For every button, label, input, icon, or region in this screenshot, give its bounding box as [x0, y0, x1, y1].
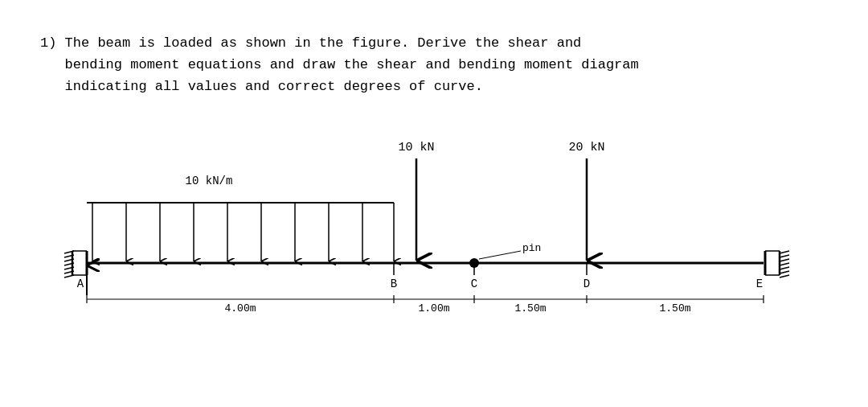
node-c-label: C: [471, 278, 477, 290]
point-load-2-label: 20 kN: [568, 141, 604, 154]
node-e-label: E: [756, 278, 763, 290]
dim-ab: 4.00m: [224, 302, 256, 314]
problem-line2: bending moment equations and draw the sh…: [65, 57, 639, 72]
page-content: 1) The beam is loaded as shown in the fi…: [0, 0, 868, 347]
problem-number: 1): [40, 35, 56, 51]
problem-line3: indicating all values and correct degree…: [65, 79, 483, 94]
node-a-label: A: [77, 278, 84, 290]
beam-diagram: 10 kN 20 kN 10 kN/m A: [40, 122, 828, 331]
svg-line-39: [780, 275, 789, 278]
svg-line-33: [780, 251, 789, 253]
problem-line1: The beam is loaded as shown in the figur…: [65, 35, 582, 51]
point-load-1-label: 10 kN: [398, 141, 434, 154]
beam-svg: 10 kN 20 kN 10 kN/m A: [40, 122, 828, 331]
pin-label: pin: [522, 242, 541, 254]
distributed-load-label: 10 kN/m: [186, 175, 233, 187]
svg-line-35: [780, 259, 789, 261]
svg-line-36: [780, 263, 789, 265]
dim-bc: 1.00m: [418, 302, 449, 314]
svg-line-10: [64, 275, 74, 278]
dim-cd: 1.50m: [514, 302, 546, 314]
svg-line-26: [479, 251, 521, 259]
dim-de: 1.50m: [659, 302, 690, 314]
node-d-label: D: [583, 278, 590, 290]
node-b-label: B: [391, 278, 397, 290]
problem-text: 1) The beam is loaded as shown in the fi…: [40, 32, 828, 98]
svg-line-34: [780, 255, 789, 257]
svg-line-38: [780, 271, 789, 273]
svg-line-37: [780, 267, 789, 269]
